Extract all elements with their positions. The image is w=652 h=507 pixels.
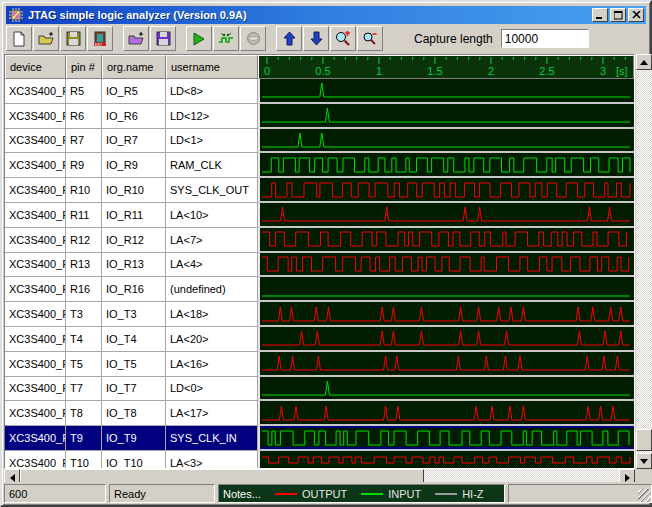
table-row[interactable]: XC3S400_FT4IO_T4LA<20> xyxy=(5,327,634,352)
device-cell: XC3S400_F xyxy=(5,178,66,203)
vertical-scroll-thumb[interactable] xyxy=(636,429,652,451)
table-row[interactable]: XC3S400_FR10IO_R10SYS_CLK_OUT xyxy=(5,178,634,203)
save-file-button[interactable] xyxy=(60,26,86,51)
org-cell: IO_R11 xyxy=(102,203,166,228)
device-cell: XC3S400_F xyxy=(5,352,66,377)
table-row[interactable]: XC3S400_FT7IO_T7LD<0> xyxy=(5,377,634,402)
user-cell: RAM_CLK xyxy=(166,153,258,178)
table-row[interactable]: XC3S400_FT10IO_T10LA<3> xyxy=(5,451,634,469)
save-waveform-button[interactable] xyxy=(150,26,176,51)
resize-grip[interactable] xyxy=(638,489,651,502)
sample-signals-button[interactable] xyxy=(213,26,239,51)
table-row[interactable]: XC3S400_FR9IO_R9RAM_CLK xyxy=(5,153,634,178)
vertical-scrollbar xyxy=(636,54,652,469)
table-row[interactable]: XC3S400_FR12IO_R12LA<7> xyxy=(5,228,634,253)
table-row[interactable]: XC3S400_FR13IO_R13LA<4> xyxy=(5,253,634,278)
move-up-button[interactable] xyxy=(276,26,302,51)
legend-label: HI-Z xyxy=(462,488,483,500)
waveform-trace xyxy=(260,353,634,373)
org-cell: IO_R16 xyxy=(102,277,166,302)
stop-icon xyxy=(246,31,261,46)
user-cell: LA<7> xyxy=(166,228,258,253)
table-row[interactable]: XC3S400_FR11IO_R11LA<10> xyxy=(5,203,634,228)
minimize-button[interactable] xyxy=(592,8,608,22)
column-header-orgname[interactable]: org.name xyxy=(102,55,166,79)
open-file-icon xyxy=(38,31,55,47)
user-cell: LD<0> xyxy=(166,377,258,402)
device-cell: XC3S400_F xyxy=(5,451,66,469)
waveform-cell xyxy=(258,203,634,228)
user-cell: SYS_CLK_OUT xyxy=(166,178,258,203)
capture-length-input[interactable] xyxy=(501,29,589,48)
pin-cell: T10 xyxy=(66,451,102,469)
waveform-cell xyxy=(258,401,634,426)
stop-button[interactable] xyxy=(240,26,266,51)
user-cell: LA<3> xyxy=(166,451,258,469)
org-cell: IO_R6 xyxy=(102,104,166,129)
user-cell: LA<4> xyxy=(166,253,258,278)
waveform-trace xyxy=(260,279,634,299)
status-bar: 600 Ready Notes... OUTPUTINPUTHI-Z xyxy=(4,482,652,503)
waveform-trace xyxy=(260,180,634,200)
device-cell: XC3S400_F xyxy=(5,203,66,228)
status-notes-panel: Notes... OUTPUTINPUTHI-Z xyxy=(218,484,505,503)
save-file-icon xyxy=(66,31,81,46)
device-cell: XC3S400_F xyxy=(5,253,66,278)
device-cell: XC3S400_F xyxy=(5,104,66,129)
table-body: XC3S400_FR5IO_R5LD<8>XC3S400_FR6IO_R6LD<… xyxy=(5,79,634,469)
open-waveform-button[interactable] xyxy=(123,26,149,51)
pin-cell: R16 xyxy=(66,277,102,302)
app-window: JTAG simple logic analyzer (Version 0.9A… xyxy=(0,0,652,507)
main-area: device pin # org.name username 00.511.52… xyxy=(4,54,652,486)
legend-item: HI-Z xyxy=(435,488,483,500)
table-row[interactable]: XC3S400_FR6IO_R6LD<12> xyxy=(5,104,634,129)
pin-cell: R11 xyxy=(66,203,102,228)
waveform-trace xyxy=(260,304,634,324)
waveform-trace xyxy=(260,428,634,448)
vertical-scroll-track[interactable] xyxy=(636,70,652,453)
pin-cell: R9 xyxy=(66,153,102,178)
new-file-button[interactable] xyxy=(6,26,32,51)
waveform-trace xyxy=(260,254,634,274)
waveform-cell xyxy=(258,153,634,178)
close-button[interactable] xyxy=(628,8,644,22)
open-file-button[interactable] xyxy=(33,26,59,51)
pin-cell: T4 xyxy=(66,327,102,352)
device-cell: XC3S400_F xyxy=(5,129,66,154)
waveform-cell xyxy=(258,277,634,302)
table-row[interactable]: XC3S400_FR7IO_R7LD<1> xyxy=(5,129,634,154)
run-capture-button[interactable] xyxy=(186,26,212,51)
waveform-trace xyxy=(260,328,634,348)
scroll-up-button[interactable] xyxy=(636,54,652,70)
table-row[interactable]: XC3S400_FT3IO_T3LA<18> xyxy=(5,302,634,327)
move-down-button[interactable] xyxy=(303,26,329,51)
org-cell: IO_R13 xyxy=(102,253,166,278)
legend-color-line xyxy=(275,493,297,495)
zoom-out-icon xyxy=(362,31,378,47)
svg-text:[s]: [s] xyxy=(616,65,628,77)
column-header-pin[interactable]: pin # xyxy=(66,55,102,79)
table-row[interactable]: XC3S400_FR16IO_R16(undefined) xyxy=(5,277,634,302)
svg-text:1: 1 xyxy=(376,65,382,77)
waveform-trace xyxy=(260,229,634,249)
waveform-trace xyxy=(260,105,634,125)
exit-door-icon: EXIT xyxy=(93,31,107,47)
scroll-down-button[interactable] xyxy=(636,453,652,469)
table-row[interactable]: XC3S400_FT9IO_T9SYS_CLK_IN xyxy=(5,426,634,451)
svg-text:2: 2 xyxy=(488,65,494,77)
table-row[interactable]: XC3S400_FT5IO_T5LA<16> xyxy=(5,352,634,377)
waveform-cell xyxy=(258,377,634,402)
zoom-in-button[interactable] xyxy=(330,26,356,51)
table-row[interactable]: XC3S400_FR5IO_R5LD<8> xyxy=(5,79,634,104)
maximize-button[interactable] xyxy=(610,8,626,22)
table-header: device pin # org.name username 00.511.52… xyxy=(5,55,634,79)
table-row[interactable]: XC3S400_FT8IO_T8LA<17> xyxy=(5,401,634,426)
user-cell: LA<10> xyxy=(166,203,258,228)
svg-text:EXIT: EXIT xyxy=(95,43,102,47)
waveform-cell xyxy=(258,451,634,469)
status-count: 600 xyxy=(4,484,106,503)
column-header-username[interactable]: username xyxy=(166,55,258,79)
exit-button[interactable]: EXIT xyxy=(87,26,113,51)
zoom-out-button[interactable] xyxy=(357,26,383,51)
column-header-device[interactable]: device xyxy=(5,55,66,79)
